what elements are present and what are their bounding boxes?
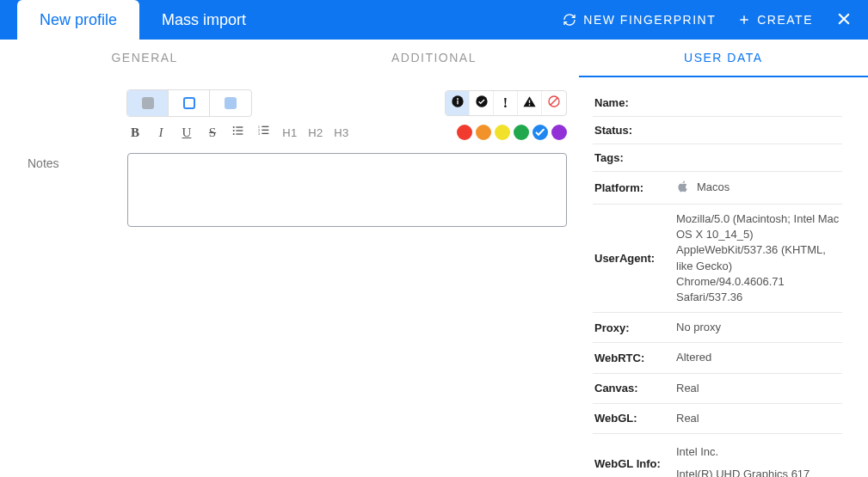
status-success[interactable] bbox=[470, 91, 494, 115]
check-circle-icon bbox=[475, 95, 489, 112]
table-row: UserAgent:Mozilla/5.0 (Macintosh; Intel … bbox=[593, 205, 842, 313]
status-warning[interactable] bbox=[518, 91, 542, 115]
table-row: Canvas:Real bbox=[593, 373, 842, 403]
color-yellow[interactable] bbox=[495, 125, 510, 140]
close-button[interactable] bbox=[835, 10, 853, 30]
main-content: ! B I U S bbox=[0, 89, 584, 477]
svg-text:3: 3 bbox=[258, 131, 261, 136]
row-value bbox=[674, 117, 842, 144]
ordered-list-button[interactable]: 123 bbox=[255, 124, 273, 141]
subtab-label: ADDITIONAL bbox=[391, 51, 477, 64]
h2-button[interactable]: H2 bbox=[307, 126, 324, 139]
color-blue[interactable] bbox=[532, 125, 548, 140]
row-key: Status: bbox=[593, 117, 674, 144]
svg-point-5 bbox=[529, 104, 531, 106]
square-filled-icon bbox=[142, 97, 154, 109]
color-purple[interactable] bbox=[551, 125, 567, 140]
new-fingerprint-button[interactable]: NEW FINGERPRINT bbox=[563, 13, 716, 27]
svg-rect-10 bbox=[236, 130, 243, 131]
row-value: Real bbox=[674, 373, 842, 403]
subtab-general[interactable]: GENERAL bbox=[0, 40, 289, 77]
row-value: Mozilla/5.0 (Macintosh; Intel Mac OS X 1… bbox=[674, 205, 842, 313]
row-key: WebGL Info: bbox=[593, 433, 674, 477]
subtab-additional[interactable]: ADDITIONAL bbox=[289, 40, 578, 77]
notes-label: Notes bbox=[28, 153, 114, 227]
tab-new-profile[interactable]: New profile bbox=[17, 0, 139, 40]
info-icon bbox=[451, 95, 465, 112]
table-row: Proxy:No proxy bbox=[593, 313, 842, 343]
row-value: No proxy bbox=[674, 313, 842, 343]
tab-mass-import[interactable]: Mass import bbox=[139, 0, 268, 40]
strike-button[interactable]: S bbox=[204, 125, 221, 140]
bullet-list-button[interactable] bbox=[230, 124, 247, 141]
row-key: WebGL: bbox=[593, 403, 674, 433]
table-row: WebGL Info:Intel Inc.Intel(R) UHD Graphi… bbox=[593, 433, 842, 477]
row-value: Intel Inc.Intel(R) UHD Graphics 617 bbox=[674, 433, 842, 477]
status-block[interactable] bbox=[542, 91, 566, 115]
color-palette bbox=[457, 125, 567, 140]
row-value bbox=[674, 89, 842, 117]
svg-rect-8 bbox=[236, 126, 243, 127]
svg-point-7 bbox=[233, 126, 235, 128]
row-key: WebRTC: bbox=[593, 343, 674, 373]
table-row: Platform:Macos bbox=[593, 172, 842, 205]
svg-rect-12 bbox=[236, 133, 243, 134]
create-button[interactable]: CREATE bbox=[738, 13, 813, 27]
svg-rect-2 bbox=[457, 101, 458, 105]
header-actions: NEW FINGERPRINT CREATE bbox=[563, 0, 868, 40]
notes-field-row: Notes bbox=[28, 153, 567, 227]
underline-button[interactable]: U bbox=[178, 125, 195, 140]
color-red[interactable] bbox=[457, 125, 472, 140]
row-key: Tags: bbox=[593, 144, 674, 172]
table-row: WebGL:Real bbox=[593, 403, 842, 433]
tab-label: New profile bbox=[40, 11, 117, 29]
status-info[interactable] bbox=[446, 91, 470, 115]
ban-icon bbox=[547, 95, 561, 112]
color-green[interactable] bbox=[514, 125, 529, 140]
row-key: Platform: bbox=[593, 172, 674, 205]
status-attention[interactable]: ! bbox=[494, 91, 518, 115]
square-light-icon bbox=[225, 97, 237, 109]
table-row: Name: bbox=[593, 89, 842, 117]
app-header: New profile Mass import NEW FINGERPRINT … bbox=[0, 0, 868, 40]
row-key: UserAgent: bbox=[593, 205, 674, 313]
table-row: WebRTC:Altered bbox=[593, 343, 842, 373]
plus-icon bbox=[738, 14, 750, 26]
user-data-table: Name:Status:Tags:Platform:MacosUserAgent… bbox=[593, 89, 842, 477]
row-value bbox=[674, 144, 842, 172]
close-icon bbox=[835, 10, 853, 30]
subtab-label: USER DATA bbox=[684, 51, 763, 64]
italic-button[interactable]: I bbox=[152, 125, 169, 140]
warning-triangle-icon bbox=[522, 95, 537, 113]
section-tabs: GENERAL ADDITIONAL USER DATA bbox=[0, 40, 868, 77]
text-format-group: B I U S 123 H1 H2 H3 bbox=[126, 124, 350, 141]
svg-rect-16 bbox=[262, 130, 268, 131]
row-value: Altered bbox=[674, 343, 842, 373]
view-mode-filled[interactable] bbox=[127, 90, 169, 116]
tab-label: Mass import bbox=[162, 11, 246, 29]
h3-button[interactable]: H3 bbox=[333, 126, 350, 139]
action-label: CREATE bbox=[757, 13, 813, 27]
user-data-panel: Name:Status:Tags:Platform:MacosUserAgent… bbox=[584, 89, 868, 477]
status-icon-group: ! bbox=[445, 90, 567, 116]
row-key: Canvas: bbox=[593, 373, 674, 403]
h1-button[interactable]: H1 bbox=[281, 126, 299, 139]
svg-point-9 bbox=[233, 130, 235, 131]
svg-rect-4 bbox=[529, 100, 530, 103]
exclamation-icon: ! bbox=[503, 95, 508, 111]
view-mode-outline[interactable] bbox=[169, 90, 210, 116]
refresh-icon bbox=[563, 13, 576, 27]
subtab-user-data[interactable]: USER DATA bbox=[579, 40, 868, 77]
color-orange[interactable] bbox=[476, 125, 491, 140]
subtab-label: GENERAL bbox=[111, 51, 177, 64]
view-mode-light[interactable] bbox=[210, 90, 251, 116]
apple-icon bbox=[676, 179, 690, 197]
table-row: Status: bbox=[593, 117, 842, 144]
square-outline-icon bbox=[183, 97, 195, 109]
row-key: Name: bbox=[593, 89, 674, 117]
svg-point-1 bbox=[457, 98, 459, 100]
notes-textarea[interactable] bbox=[127, 153, 567, 227]
svg-rect-14 bbox=[262, 126, 268, 127]
bold-button[interactable]: B bbox=[126, 125, 144, 140]
view-mode-group bbox=[126, 89, 252, 117]
